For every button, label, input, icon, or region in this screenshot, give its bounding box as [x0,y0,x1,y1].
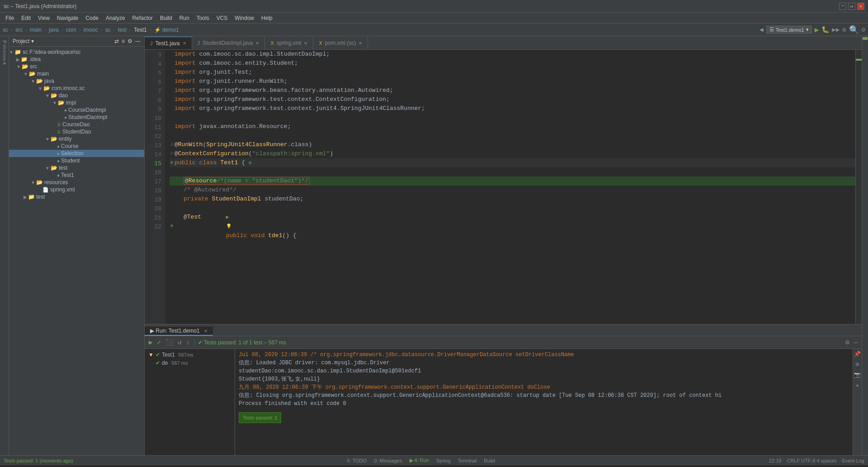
favorites-icon[interactable]: ★ [1,60,8,67]
tree-item-resources[interactable]: ▼ 📂 resources [9,179,144,186]
run-button[interactable]: ▶ [815,25,819,34]
menu-navigate[interactable]: Navigate [53,14,82,22]
run-with-coverage-button[interactable]: ▶▶ [832,26,840,33]
status-build[interactable]: Build [484,458,495,463]
menu-analyze[interactable]: Analyze [102,14,129,22]
breadcrumb-sc[interactable]: sc [3,27,8,33]
breadcrumb-imooc[interactable]: imooc [84,27,98,33]
menu-bar: File Edit View Navigate Code Analyze Ref… [0,13,868,24]
tab-close-test1[interactable]: ✕ [183,41,186,46]
sort-button[interactable]: ↕ [184,339,191,346]
tree-item-test-folder[interactable]: ▶ 📁 test [9,193,144,200]
restore-button[interactable]: ▭ [848,3,855,10]
tree-item-course[interactable]: ▶ ● Course [9,143,144,150]
code-editor: 3 4 5 6 7 8 9 10 11 12 13 14 15 16 17 18 [145,50,862,324]
menu-view[interactable]: View [34,14,53,22]
close-icon[interactable]: — [135,38,141,44]
tab-close-pom-xml[interactable]: ✕ [359,41,362,46]
menu-refactor[interactable]: Refactor [129,14,156,22]
run-item-de[interactable]: ✔ de 567 ms [145,359,235,367]
run-item-test1[interactable]: ▼ ✔ Test1 567ms [145,351,235,359]
status-event-log[interactable]: Event Log [842,458,864,463]
back-button[interactable]: ◀ [760,26,763,33]
tab-studentdaoimpl-java[interactable]: J StudentDaoImpl.java ✕ [192,37,265,49]
structure-icon[interactable]: Structure [1,49,8,56]
status-run[interactable]: ▶ 4: Run [410,457,429,463]
favorites-star-icon[interactable]: ★ [856,382,859,389]
tab-spring-xml[interactable]: X spring.xml ✕ [265,37,313,49]
minimize-button[interactable]: ─ [839,3,846,10]
tree-item-java[interactable]: ▼ 📂 java [9,77,144,85]
settings-icon[interactable]: ⚙ [844,338,850,346]
breadcrumb-test[interactable]: test [118,27,127,33]
more-run-options-button[interactable]: ⚙ [842,26,846,33]
tree-item-com-imooc-sc[interactable]: ▼ 📂 com.imooc.sc [9,85,144,92]
status-todo[interactable]: 6: TODO [347,458,367,463]
breadcrumb-java[interactable]: java [49,27,59,33]
breadcrumb-com[interactable]: com [66,27,76,33]
tree-item-impl[interactable]: ▼ 📂 impl [9,99,144,106]
tree-item-idea[interactable]: ▶ 📁 .idea [9,56,144,63]
run-tests-button[interactable]: ✓ [156,338,162,346]
folder-icon: 📂 [36,78,43,84]
menu-tools[interactable]: Tools [193,14,213,22]
tab-close-run[interactable]: ✕ [204,329,208,334]
status-encoding[interactable]: CRLF UTF-8 4 spaces [787,458,836,463]
title-bar: sc – Test1.java (Administrator) ─ ▭ ✕ [0,0,868,13]
sync-icon[interactable]: ⇄ [114,38,119,44]
run-config-dropdown[interactable]: ☰ Test1.demo1 ▾ [766,26,812,33]
menu-edit[interactable]: Edit [18,14,34,22]
menu-file[interactable]: File [2,14,18,22]
code-content[interactable]: import com.imooc.sc.dao.impl.StudentDaoI… [165,50,855,324]
tree-item-test[interactable]: ▼ 📂 test [9,164,144,172]
close-button[interactable]: ✕ [857,3,864,10]
breadcrumb-main[interactable]: main [30,27,42,33]
menu-build[interactable]: Build [156,14,176,22]
tree-label-test: test [59,165,67,171]
breadcrumb-sc2[interactable]: sc [105,27,111,33]
tree-item-coursedao[interactable]: ▶ ① CourseDao [9,121,144,128]
breadcrumb-test1[interactable]: Test1 [134,27,147,33]
tree-item-sc-root[interactable]: ▼ 📁 sc F:\idea-workspace\sc [9,48,144,56]
tree-item-src[interactable]: ▼ 📂 src [9,63,144,70]
menu-vcs[interactable]: VCS [213,14,231,22]
tree-item-test1[interactable]: ▶ ● Test1 [9,172,144,179]
tree-item-main[interactable]: ▼ 📂 main [9,70,144,77]
camera-icon[interactable]: 📷 [854,372,861,378]
debug-button[interactable]: 🐛 [821,26,829,33]
pin-icon[interactable]: 📌 [854,351,861,357]
tree-item-coursedaoimpl[interactable]: ▶ ● CourseDaoImpl [9,106,144,114]
menu-help[interactable]: Help [258,14,276,22]
menu-code[interactable]: Code [82,14,102,22]
stop-button[interactable]: ⬛ [164,338,175,346]
layout-icon[interactable]: ⊞ [856,361,859,368]
tab-run[interactable]: ▶ Run: Test1.demo1 ✕ [145,327,213,336]
tree-item-dao[interactable]: ▼ 📂 dao [9,92,144,99]
status-terminal[interactable]: Terminal [458,458,477,463]
tree-item-selection[interactable]: ▶ ● Selection [9,150,144,157]
rerun-failed-button[interactable]: ↺ [176,338,183,346]
tab-close-spring-xml[interactable]: ✕ [304,41,307,46]
tree-item-spring-xml[interactable]: ▶ 📄 spring.xml [9,186,144,193]
status-spring[interactable]: Spring [436,458,451,463]
menu-run[interactable]: Run [176,14,193,22]
tab-test1-java[interactable]: J Test1.java ✕ [145,37,192,49]
tree-item-studentdaoimpl[interactable]: ▶ ● StudentDaoImpl [9,114,144,121]
run-controls: ◀ ☰ Test1.demo1 ▾ ▶ 🐛 ▶▶ ⚙ 🔍 ⚙ [760,25,865,35]
tree-item-studentdao[interactable]: ▶ ① StudentDao [9,128,144,135]
status-position[interactable]: 22:19 [769,458,782,463]
tree-item-student[interactable]: ▶ ● Student [9,157,144,164]
gear-icon[interactable]: ⚙ [127,38,132,44]
breadcrumb-src[interactable]: src [15,27,23,33]
status-messages[interactable]: 0: Messages [374,458,402,463]
collapse-icon[interactable]: ≡ [122,38,125,44]
search-everywhere-button[interactable]: 🔍 [849,25,859,35]
tree-item-entity[interactable]: ▼ 📂 entity [9,135,144,143]
breadcrumb-demo1[interactable]: ⚡ demo1 [154,27,179,33]
tab-close-studentdaoimpl[interactable]: ✕ [255,41,259,46]
rerun-button[interactable]: ▶ [147,338,154,346]
tab-pom-xml[interactable]: X pom.xml (sc) ✕ [313,37,368,49]
minimize-panel-button[interactable]: — [853,339,859,346]
settings-button[interactable]: ⚙ [862,26,865,33]
menu-window[interactable]: Window [231,14,258,22]
